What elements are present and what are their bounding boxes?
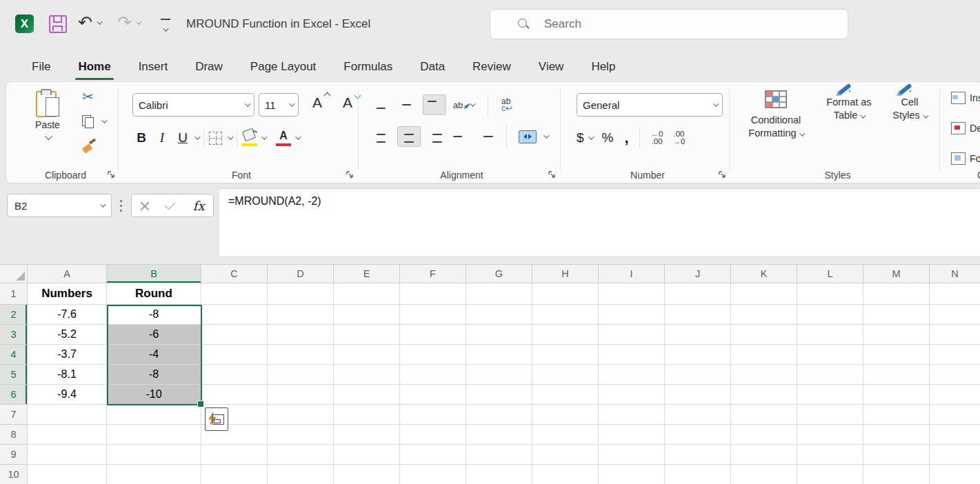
format-cells-button[interactable]: Fo [951,152,980,165]
cell-H7[interactable] [532,405,599,425]
cell-B1[interactable]: Round [107,283,201,305]
cell-H6[interactable] [532,385,599,405]
decrease-indent-button[interactable] [448,126,472,147]
cell-G8[interactable] [466,425,532,445]
undo-button[interactable]: ↶ [78,14,101,31]
cell-G9[interactable] [466,445,532,465]
merge-center-chevron-icon[interactable] [543,132,549,138]
conditional-formatting-button[interactable]: Conditional Formatting [739,90,813,140]
tab-page-layout[interactable]: Page Layout [237,54,330,80]
cell-N7[interactable] [930,405,980,425]
bold-button[interactable]: B [132,128,150,148]
borders-chevron-icon[interactable] [228,134,233,139]
cell-D3[interactable] [268,325,334,345]
cell-F8[interactable] [400,425,466,445]
cell-G1[interactable] [466,283,532,305]
cell-C5[interactable] [201,365,268,385]
delete-cells-button[interactable]: De [951,122,980,134]
cell-K3[interactable] [731,325,797,345]
cell-A1[interactable]: Numbers [28,283,107,305]
cell-B7[interactable] [107,405,201,425]
cell-K4[interactable] [731,345,797,365]
cell-M9[interactable] [863,445,930,465]
cell-K1[interactable] [731,283,797,305]
cell-I9[interactable] [599,445,665,465]
cell-G7[interactable] [466,405,532,425]
cell-E10[interactable] [334,465,400,484]
cell-M8[interactable] [863,425,930,445]
orientation-chevron-icon[interactable] [470,101,475,106]
format-as-table-button[interactable]: Format as Table [817,90,881,122]
tab-help[interactable]: Help [577,54,629,80]
cell-J1[interactable] [665,283,731,305]
cell-H4[interactable] [532,345,599,365]
font-name-select[interactable]: Calibri [132,93,254,117]
cell-K5[interactable] [731,365,797,385]
paste-chevron-icon[interactable] [45,132,52,140]
cell-C10[interactable] [201,465,268,484]
cell-F7[interactable] [400,405,466,425]
font-size-select[interactable]: 11 [259,93,299,117]
cell-I4[interactable] [599,345,665,365]
quick-analysis-button[interactable] [205,407,228,431]
cell-B4[interactable]: -4 [107,345,201,365]
cell-L7[interactable] [797,405,863,425]
cell-A7[interactable] [28,405,107,425]
cell-B2[interactable]: -8 [107,305,201,325]
clipboard-dialog-launcher-icon[interactable] [107,170,115,179]
cell-L10[interactable] [797,465,863,484]
tab-home[interactable]: Home [64,54,124,80]
cell-I3[interactable] [599,325,665,345]
cell-E9[interactable] [334,445,400,465]
cell-D8[interactable] [268,425,334,445]
cell-H10[interactable] [532,465,599,484]
cell-K2[interactable] [731,305,797,325]
italic-button[interactable]: I [153,128,171,148]
cell-A6[interactable]: -9.4 [28,385,107,405]
cell-I1[interactable] [599,283,665,305]
cell-M3[interactable] [863,325,930,345]
name-box-chevron-icon[interactable] [100,201,106,207]
cell-J4[interactable] [665,345,731,365]
borders-button[interactable] [209,132,222,145]
tab-insert[interactable]: Insert [125,54,182,80]
cell-L1[interactable] [797,283,863,305]
cell-H1[interactable] [532,283,599,305]
cell-M2[interactable] [863,305,930,325]
cell-K10[interactable] [731,465,797,484]
enter-icon[interactable] [165,199,176,210]
cell-H9[interactable] [532,445,599,465]
align-center-button[interactable] [397,126,421,147]
tab-view[interactable]: View [525,54,578,80]
column-header-H[interactable]: H [532,265,599,283]
copy-button[interactable] [82,112,114,130]
column-header-K[interactable]: K [731,265,797,283]
cell-E1[interactable] [334,283,400,305]
cell-A4[interactable]: -3.7 [28,345,107,365]
cell-L4[interactable] [797,345,863,365]
middle-align-button[interactable] [397,94,421,115]
cell-K6[interactable] [731,385,797,405]
cell-J8[interactable] [665,425,731,445]
insert-function-icon[interactable]: fx [193,199,205,213]
row-header-6[interactable]: 6 [0,385,28,405]
cell-F2[interactable] [400,305,466,325]
column-header-F[interactable]: F [400,265,466,283]
cell-I2[interactable] [599,305,665,325]
cell-J3[interactable] [665,325,731,345]
increase-indent-button[interactable] [474,126,497,147]
cell-M5[interactable] [863,365,930,385]
cell-M1[interactable] [863,283,930,305]
cell-B8[interactable] [107,425,201,445]
cell-M4[interactable] [863,345,930,365]
cell-N2[interactable] [930,305,980,325]
cell-G6[interactable] [466,385,532,405]
tab-formulas[interactable]: Formulas [330,54,406,80]
copy-chevron-icon[interactable] [101,117,107,123]
tab-data[interactable]: Data [406,54,459,80]
row-header-5[interactable]: 5 [0,365,28,385]
insert-cells-button[interactable]: Ins [951,92,980,104]
font-dialog-launcher-icon[interactable] [346,170,354,179]
column-header-N[interactable]: N [930,265,980,283]
cell-G2[interactable] [466,305,532,325]
